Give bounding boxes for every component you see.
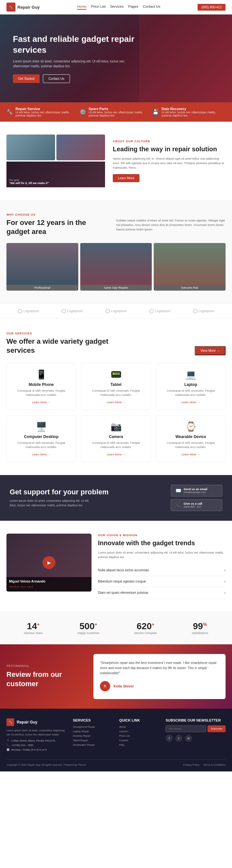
services-grid: 📱 Mobile Phone Consequat id nibh venenat… — [6, 363, 226, 462]
repair-title: Repair Service — [16, 107, 80, 111]
accordion-label-3: Diam vel quam elementum pulvinar — [98, 591, 149, 594]
stat-services-number: 620+ — [134, 621, 157, 631]
why-image-professional: Professional — [6, 243, 78, 290]
data-icon: 💾 — [152, 109, 159, 115]
testimonial-badge: TESTIMONIAL — [6, 664, 87, 668]
footer-link-about[interactable]: About — [119, 725, 159, 728]
navbar: 🔧 Repair Guy Home Price List Services Pa… — [0, 0, 232, 14]
mobile-phone-learn-more[interactable]: Learn More → — [11, 401, 71, 404]
service-bar-repair: 🔧 Repair Service Ut elit telus, luctus n… — [6, 107, 80, 117]
newsletter-button[interactable]: Subscribe — [207, 725, 226, 732]
email-button[interactable]: ✉️ Send us an email info@example.com — [171, 485, 222, 497]
wearable-name: Wearable Device — [161, 434, 221, 439]
logo-3: Logoipsum — [105, 309, 127, 313]
call-label: Give us a call — [184, 502, 202, 505]
footer-link-laptop[interactable]: Laptop Repair — [73, 730, 113, 733]
logo-text: Repair Guy — [18, 5, 40, 10]
culture-section: Our goal "We will fix it, till we make i… — [0, 122, 232, 200]
footer-phone: 📞 +1(786) 234 - 7850 — [6, 744, 66, 747]
tablet-learn-more[interactable]: Learn More → — [86, 401, 146, 404]
tablet-desc: Consequat id nibh venenatis. Feugiat mal… — [86, 389, 146, 398]
stat-services-label: Service Complete — [134, 631, 157, 635]
footer-link-smartwatch[interactable]: Smartwatch Repair — [73, 743, 113, 746]
nav-services[interactable]: Services — [110, 4, 124, 10]
testimonial-quote: "Smartphone repair was the best investme… — [100, 660, 219, 676]
testimonial-header: TESTIMONIAL Review from our customer — [6, 654, 87, 699]
call-value: (085) 800 - 412 — [184, 505, 202, 508]
computer-icon: 🖥️ — [11, 421, 71, 432]
vision-section: ▶ Miguel Veloso Armando REPAIR GUY CEO O… — [0, 521, 232, 612]
data-title: Data Recovery — [162, 107, 226, 111]
contact-us-button[interactable]: Contact Us — [43, 74, 69, 83]
spare-title: Spare Parts — [89, 107, 153, 111]
service-mobile-phone: 📱 Mobile Phone Consequat id nibh venenat… — [6, 363, 76, 410]
footer-quick-title: QUICK LINK — [119, 718, 159, 722]
privacy-policy-link[interactable]: Privacy Policy — [183, 764, 199, 766]
culture-learn-more-button[interactable]: Learn More — [113, 174, 140, 182]
culture-image-1 — [6, 134, 55, 160]
logo-4: Logoipsum — [149, 309, 171, 313]
wearable-learn-more[interactable]: Learn More → — [161, 453, 221, 456]
play-button[interactable]: ▶ — [42, 556, 55, 569]
author-name: Keila Shiver — [113, 684, 134, 688]
stat-satisfaction: 99% Satisfactions — [192, 621, 208, 635]
accordion-item-3[interactable]: Diam vel quam elementum pulvinar › — [98, 587, 226, 599]
footer-link-contact[interactable]: Contact — [119, 739, 159, 742]
laptop-desc: Consequat id nibh venenatis. Feugiat mal… — [161, 389, 221, 398]
wearable-icon: ⌚ — [161, 421, 221, 432]
logo-2: Logoipsum — [62, 309, 83, 313]
newsletter-input[interactable] — [166, 725, 206, 732]
camera-name: Camera — [86, 434, 146, 439]
accordion-item-2[interactable]: Bibendum neque egestas congue › — [98, 576, 226, 587]
footer-link-price[interactable]: Price List — [119, 735, 159, 737]
support-text: Get support for your problem Lorem ipsum… — [10, 488, 109, 507]
camera-learn-more[interactable]: Learn More → — [86, 453, 146, 456]
repair-icon: 🔧 — [6, 109, 13, 115]
call-button[interactable]: 📞 Give us a call (085) 800 - 412 — [171, 499, 222, 511]
get-started-button[interactable]: Get Started — [13, 74, 40, 83]
testimonial-section: TESTIMONIAL Review from our customer "Sm… — [0, 644, 232, 709]
services-bar: 🔧 Repair Service Ut elit telus, luctus n… — [0, 102, 232, 122]
computer-desc: Consequat id nibh venenatis. Feugiat mal… — [11, 441, 71, 450]
culture-image-2 — [56, 134, 105, 160]
facebook-icon[interactable]: f — [166, 735, 173, 742]
footer-link-careers[interactable]: Careers — [119, 730, 159, 733]
logo-icon: 🔧 — [6, 3, 16, 11]
stat-services: 620+ Service Complete — [134, 621, 157, 635]
nav-home[interactable]: Home — [77, 4, 86, 10]
footer-link-tablet[interactable]: Tablet Repair — [73, 739, 113, 742]
nav-price[interactable]: Price List — [91, 4, 105, 10]
nav-pages[interactable]: Pages — [128, 4, 138, 10]
accordion-label-2: Bibendum neque egestas congue — [98, 580, 146, 583]
footer-newsletter-title: SUBSCRIBE OUR NEWSLETTER — [166, 718, 226, 722]
wearable-desc: Consequat id nibh venenatis. Feugiat mal… — [161, 441, 221, 450]
footer-link-faq[interactable]: FAQ — [119, 743, 159, 746]
footer-link-smartphone[interactable]: Smartphone Repair — [73, 725, 113, 728]
tablet-name: Tablet — [86, 382, 146, 387]
accordion-arrow-3: › — [224, 591, 226, 595]
nav-phone[interactable]: (085) 800-412 — [198, 4, 226, 11]
logo-5: Logoipsum — [193, 309, 214, 313]
service-wearable: ⌚ Wearable Device Consequat id nibh vene… — [156, 415, 226, 462]
camera-desc: Consequat id nibh venenatis. Feugiat mal… — [86, 441, 146, 450]
computer-learn-more[interactable]: Learn More → — [11, 453, 71, 456]
laptop-learn-more[interactable]: Learn More → — [161, 401, 221, 404]
service-bar-spare: ⚙️ Spare Parts Ut elit telus, luctus nec… — [80, 107, 153, 117]
vision-body: Lorem ipsum dolor sit amet, consectetur … — [98, 550, 226, 560]
location-icon: 📍 — [6, 739, 10, 742]
why-label: WHY CHOOSE US — [6, 213, 226, 216]
terms-link[interactable]: Terms & Conditions — [203, 764, 226, 766]
professional-label: Professional — [6, 285, 78, 290]
why-section: WHY CHOOSE US For over 12 years in the g… — [0, 200, 232, 304]
footer-newsletter-col: SUBSCRIBE OUR NEWSLETTER Subscribe f t i… — [166, 718, 226, 753]
twitter-icon[interactable]: t — [175, 735, 182, 742]
nav-contact[interactable]: Contact Us — [143, 4, 160, 10]
footer-link-desktop[interactable]: Desktop Repair — [73, 735, 113, 737]
stat-customers: 500+ Happy Customer — [77, 621, 99, 635]
accordion-item-1[interactable]: Nulla aliquet lacus luctus accumsan › — [98, 565, 226, 576]
footer-logo-icon: 🔧 — [6, 718, 14, 726]
why-title: For over 12 years in the gadget area — [6, 218, 105, 237]
instagram-icon[interactable]: in — [185, 735, 192, 742]
culture-quote: Our goal "We will fix it, till we make i… — [9, 179, 49, 185]
view-more-button[interactable]: View More → — [195, 346, 226, 355]
